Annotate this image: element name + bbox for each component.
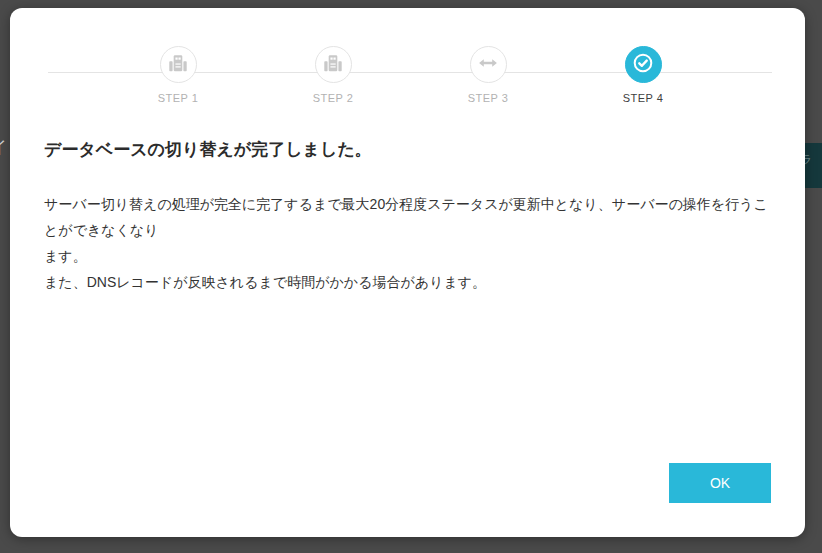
step-progress-indicator: STEP 1 STEP 2 — [10, 8, 805, 118]
server-icon — [322, 52, 344, 78]
background-page-text-fragment: イ — [0, 136, 7, 160]
step-1: STEP 1 — [138, 46, 218, 104]
switch-complete-dialog: STEP 1 STEP 2 — [10, 8, 805, 537]
dialog-body-line: ます。 — [44, 243, 774, 269]
step-2-circle — [315, 46, 352, 83]
dialog-body-text: サーバー切り替えの処理が完全に完了するまで最大20分程度ステータスが更新中となり… — [44, 191, 774, 295]
step-3: STEP 3 — [448, 46, 528, 104]
step-3-circle — [470, 46, 507, 83]
transfer-arrows-icon — [477, 52, 499, 78]
step-1-label: STEP 1 — [138, 92, 218, 104]
step-2: STEP 2 — [293, 46, 373, 104]
dialog-body-line: また、DNSレコードが反映されるまで時間がかかる場合があります。 — [44, 269, 774, 295]
dialog-body-line: サーバー切り替えの処理が完全に完了するまで最大20分程度ステータスが更新中となり… — [44, 191, 774, 243]
background-page-button-fragment: ラ — [805, 143, 822, 188]
check-icon — [631, 51, 655, 79]
background-page-button-text: ラ — [805, 152, 812, 167]
step-1-circle — [160, 46, 197, 83]
ok-button[interactable]: OK — [669, 463, 771, 503]
step-4-label: STEP 4 — [603, 92, 683, 104]
step-4: STEP 4 — [603, 46, 683, 104]
step-3-label: STEP 3 — [448, 92, 528, 104]
step-4-circle — [625, 46, 662, 83]
server-icon — [167, 52, 189, 78]
step-2-label: STEP 2 — [293, 92, 373, 104]
dialog-heading: データベースの切り替えが完了しました。 — [44, 138, 372, 161]
